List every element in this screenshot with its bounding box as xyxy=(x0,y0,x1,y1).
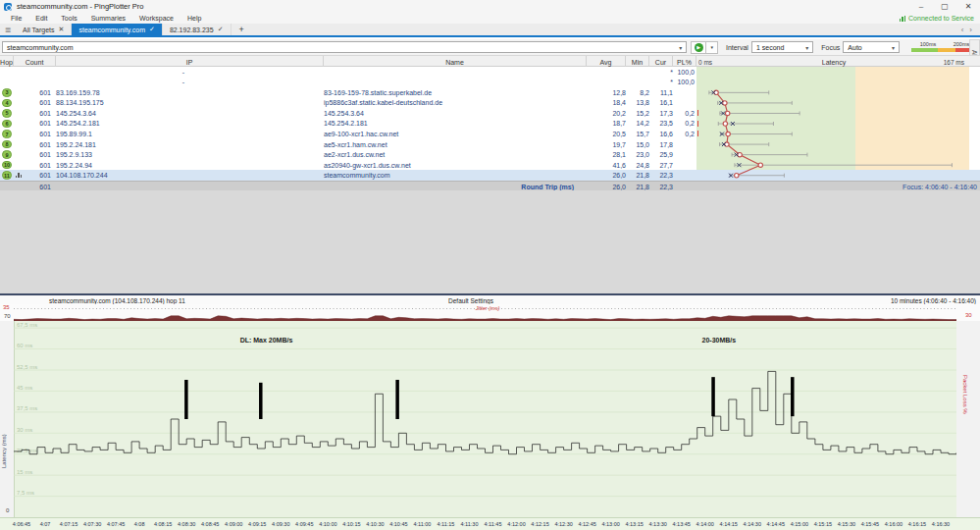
time-tick-label: 4:08:15 xyxy=(154,521,172,527)
time-tick-label: 4:14:15 xyxy=(720,521,738,527)
cell-name xyxy=(324,67,618,78)
cell-pl xyxy=(655,170,695,181)
menu-tools[interactable]: Tools xyxy=(54,15,83,22)
table-row[interactable]: 8601195.2.24.181ae5-xcr1.ham.cw.net19,71… xyxy=(0,139,980,150)
empty-panel-area xyxy=(0,190,980,293)
cell-name: 83-169-159-78.static.superkabel.de xyxy=(324,87,618,98)
close-tab-icon[interactable]: ✕ xyxy=(59,26,65,33)
maximize-icon[interactable]: ▢ xyxy=(933,0,956,13)
tab-steamcommunity[interactable]: steamcommunity.com ✓ xyxy=(72,24,162,35)
time-tick-label: 4:10:00 xyxy=(319,521,336,527)
menu-file[interactable]: File xyxy=(4,15,28,22)
graph-annotation: 20-30MB/s xyxy=(702,337,737,344)
menu-edit[interactable]: Edit xyxy=(28,15,54,22)
graph-annotation: DL: Max 20MB/s xyxy=(240,337,293,344)
timeline-target-label[interactable]: steamcommunity.com (104.108.170.244) hop… xyxy=(49,297,185,304)
table-row[interactable]: 9601195.2.9.133ae2-xcr1.dus.cw.net28,123… xyxy=(0,149,980,160)
chevron-down-icon[interactable]: ▾ xyxy=(679,44,682,51)
cell-pl xyxy=(655,139,695,150)
packet-loss-tick xyxy=(697,121,699,127)
annotation-marker-bar xyxy=(711,377,715,416)
cell-count: 601 xyxy=(14,149,51,160)
menu-help[interactable]: Help xyxy=(181,15,208,22)
time-tick-label: 4:12:30 xyxy=(554,521,572,527)
cell-name: ae2-xcr1.dus.cw.net xyxy=(324,149,618,160)
time-tick-label: 4:16:30 xyxy=(932,521,950,527)
cell-pl xyxy=(655,149,695,160)
start-trace-button[interactable]: ▶ xyxy=(691,41,706,54)
table-row[interactable]: -*100,0 xyxy=(0,78,980,88)
table-row[interactable]: 460188.134.195.175ip5886c3af.static.kabe… xyxy=(0,98,980,109)
connection-status: Connected to Service xyxy=(900,15,974,22)
cell-name: 145.254.3.64 xyxy=(324,108,618,119)
cell-ip: 195.2.24.94 xyxy=(56,160,311,171)
cell-count: 601 xyxy=(14,98,51,109)
scroll-left-icon[interactable]: ‹ xyxy=(961,26,964,34)
table-row[interactable]: 10601195.2.24.94as20940-gw-xcr1.dus.cw.n… xyxy=(0,160,980,171)
roundtrip-row: 601 Round Trip (ms) 26,0 21,8 22,3 Focus… xyxy=(0,181,980,190)
chevron-down-icon: ▾ xyxy=(892,44,895,51)
table-row[interactable]: 6601145.254.2.181145.254.2.18118,714,223… xyxy=(0,119,980,130)
svg-text:60 ms: 60 ms xyxy=(17,343,32,348)
menu-bar: File Edit Tools Summaries Workspace Help… xyxy=(0,13,980,24)
focus-select[interactable]: Auto ▾ xyxy=(843,41,900,53)
trace-table-header: Hop Count IP Name Avg Min Cur PL% 0 ms L… xyxy=(0,55,980,67)
menu-workspace[interactable]: Workspace xyxy=(132,15,181,22)
time-tick-label: 4:07:15 xyxy=(60,521,77,527)
time-tick-label: 4:12:45 xyxy=(578,521,595,527)
svg-text:15 ms: 15 ms xyxy=(17,469,32,475)
time-tick-label: 4:16:00 xyxy=(885,521,903,527)
interval-select[interactable]: 1 second ▾ xyxy=(751,41,813,53)
tab-list-icon[interactable]: ≣ xyxy=(0,24,16,35)
cell-ip: 195.2.24.181 xyxy=(56,139,311,150)
target-input[interactable]: steamcommunity.com ▾ xyxy=(2,41,687,53)
time-tick-label: 4:08:30 xyxy=(178,521,195,527)
cell-pl xyxy=(655,87,695,98)
annotation-marker-bar xyxy=(791,377,795,416)
hop-number-badge: 7 xyxy=(2,130,12,138)
pingplotter-window: steamcommunity.com - PingPlotter Pro – ▢… xyxy=(0,0,980,530)
signal-icon xyxy=(900,16,906,22)
packet-loss-axis-label: Packet Loss % xyxy=(962,375,968,463)
table-row[interactable]: 7601195.89.99.1ae9-100-xcr1.hac.cw.net20… xyxy=(0,129,980,139)
time-tick-label: 4:16:15 xyxy=(908,521,926,527)
hop-number-badge: 8 xyxy=(2,140,12,149)
minimize-icon[interactable]: – xyxy=(909,0,933,13)
tab-all-targets[interactable]: All Targets ✕ xyxy=(16,24,72,35)
time-axis: 4:06:454:074:07:154:07:304:07:454:084:08… xyxy=(0,517,980,530)
hop-number-badge: 4 xyxy=(2,99,12,108)
time-tick-label: 4:09:15 xyxy=(248,521,266,527)
time-tick-label: 4:15:00 xyxy=(791,521,808,527)
hop-number-badge: 9 xyxy=(2,150,12,159)
time-tick-label: 4:13:45 xyxy=(673,521,691,527)
table-row[interactable]: 360183.169.159.7883-169-159-78.static.su… xyxy=(0,87,980,98)
cell-ip: 195.89.99.1 xyxy=(56,129,311,139)
start-options-dropdown[interactable]: ▾ xyxy=(706,41,717,54)
close-icon[interactable]: ✕ xyxy=(956,0,980,13)
cell-pl: 0,2 xyxy=(655,108,695,119)
table-row[interactable]: 5601145.254.3.64145.254.3.6420,215,217,3… xyxy=(0,108,980,119)
play-icon: ▶ xyxy=(695,43,703,52)
time-tick-label: 4:08 xyxy=(134,521,145,527)
timeline-settings-label[interactable]: Default Settings xyxy=(392,297,549,304)
tab-ip-target[interactable]: 82.192.83.235 ✓ xyxy=(163,24,232,35)
cell-name: ae5-xcr1.ham.cw.net xyxy=(324,139,618,150)
cell-name: ae9-100-xcr1.hac.cw.net xyxy=(324,129,618,139)
cell-pl: 100,0 xyxy=(655,67,695,78)
cell-count xyxy=(14,78,51,88)
time-tick-label: 4:11:45 xyxy=(485,521,502,527)
scroll-right-icon[interactable]: › xyxy=(969,26,972,34)
new-tab-button[interactable]: + xyxy=(232,24,252,35)
menu-summaries[interactable]: Summaries xyxy=(84,15,132,22)
time-tick-label: 4:06:45 xyxy=(13,521,30,527)
latency-time-graph[interactable]: 7,5 ms15 ms22,5 ms30 ms37,5 ms45 ms52,5 … xyxy=(0,321,980,517)
cell-name: as20940-gw-xcr1.dus.cw.net xyxy=(324,160,618,171)
timeline-range-label[interactable]: 10 minutes (4:06:40 - 4:16:40) xyxy=(891,297,976,304)
cell-name: steamcommunity.com xyxy=(324,170,618,181)
annotation-marker-bar xyxy=(259,383,263,419)
time-tick-label: 4:09:45 xyxy=(295,521,313,527)
time-tick-label: 4:15:15 xyxy=(814,521,832,527)
table-row[interactable]: -*100,0 xyxy=(0,67,980,78)
table-row[interactable]: 11601104.108.170.244steamcommunity.com26… xyxy=(0,170,980,181)
time-tick-label: 4:13:30 xyxy=(648,521,666,527)
